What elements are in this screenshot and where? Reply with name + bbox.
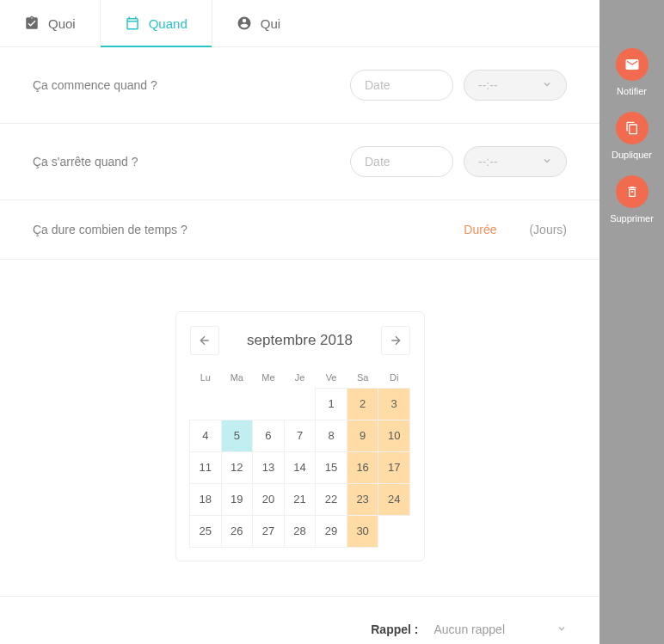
- chevron-down-icon: [542, 78, 552, 92]
- calendar-day[interactable]: 8: [315, 420, 347, 452]
- calendar-day[interactable]: 29: [315, 515, 347, 548]
- calendar-title: septembre 2018: [247, 332, 353, 349]
- end-controls: Date --:--: [350, 146, 567, 177]
- start-label: Ça commence quand ?: [33, 78, 157, 92]
- calendar-day[interactable]: 5: [221, 420, 254, 452]
- calendar-day[interactable]: 21: [284, 483, 317, 516]
- calendar-day[interactable]: 2: [347, 388, 379, 420]
- calendar-day[interactable]: 9: [347, 420, 379, 452]
- tab-label: Qui: [261, 16, 280, 31]
- mail-icon: [616, 48, 649, 81]
- end-time-select[interactable]: --:--: [464, 146, 567, 177]
- calendar-day[interactable]: 27: [252, 515, 285, 548]
- prev-month-button[interactable]: [190, 326, 219, 355]
- reminder-value: Aucun rappel: [433, 623, 505, 636]
- clipboard-icon: [24, 15, 40, 31]
- calendar-day-empty: [284, 388, 317, 420]
- end-label: Ça s'arrête quand ?: [33, 155, 138, 169]
- calendar-day[interactable]: 12: [221, 451, 254, 484]
- duration-unit: (Jours): [529, 223, 567, 236]
- start-time-select[interactable]: --:--: [464, 70, 567, 101]
- reminder-select[interactable]: Aucun rappel: [433, 623, 567, 636]
- reminder-row: Rappel : Aucun rappel: [0, 597, 599, 636]
- tabs: Quoi Quand Qui: [0, 0, 599, 47]
- calendar-day[interactable]: 13: [252, 451, 285, 484]
- calendar-dow: Lu: [190, 367, 222, 388]
- calendar-day[interactable]: 14: [284, 451, 317, 484]
- calendar-day-empty: [189, 388, 222, 420]
- calendar-dow: Ve: [316, 367, 347, 388]
- duration-input[interactable]: Durée: [441, 223, 519, 236]
- calendar-day[interactable]: 28: [284, 515, 317, 548]
- calendar-day[interactable]: 24: [378, 483, 410, 516]
- calendar-day[interactable]: 20: [252, 483, 285, 516]
- reminder-label: Rappel :: [371, 623, 418, 636]
- notify-action[interactable]: Notifier: [616, 48, 649, 96]
- next-month-button[interactable]: [381, 326, 410, 355]
- duration-label: Ça dure combien de temps ?: [33, 223, 188, 236]
- calendar-day[interactable]: 1: [315, 388, 347, 420]
- calendar-day[interactable]: 18: [189, 483, 222, 516]
- calendar-section: septembre 2018 LuMaMeJeVeSaDi12345678910…: [0, 260, 599, 597]
- start-date-input[interactable]: Date: [350, 70, 453, 101]
- person-icon: [237, 15, 252, 31]
- calendar-day[interactable]: 19: [221, 483, 254, 516]
- tab-label: Quand: [149, 16, 188, 31]
- date-placeholder: Date: [365, 155, 390, 169]
- tab-quoi[interactable]: Quoi: [0, 0, 100, 46]
- duplicate-action[interactable]: Dupliquer: [612, 112, 652, 160]
- duration-controls: Durée (Jours): [441, 223, 567, 236]
- calendar-day[interactable]: 15: [315, 451, 347, 484]
- calendar-day[interactable]: 25: [189, 515, 222, 548]
- main-panel: Quoi Quand Qui Ça commence quand ? Date …: [0, 0, 599, 644]
- action-label: Dupliquer: [612, 150, 652, 160]
- action-label: Notifier: [617, 86, 647, 96]
- calendar-day[interactable]: 16: [347, 451, 379, 484]
- calendar-icon: [125, 15, 140, 31]
- chevron-down-icon: [542, 155, 552, 169]
- calendar-dow: Ma: [221, 367, 253, 388]
- date-placeholder: Date: [365, 78, 390, 92]
- row-duration: Ça dure combien de temps ? Durée (Jours): [0, 200, 599, 260]
- copy-icon: [616, 112, 649, 144]
- calendar-day-empty: [221, 388, 254, 420]
- calendar-day[interactable]: 26: [221, 515, 254, 548]
- calendar-day[interactable]: 10: [378, 420, 410, 452]
- chevron-down-icon: [556, 623, 567, 636]
- trash-icon: [616, 175, 649, 208]
- calendar-header: septembre 2018: [190, 326, 410, 355]
- calendar-dow: Me: [253, 367, 285, 388]
- calendar-day[interactable]: 30: [347, 515, 379, 548]
- calendar-dow: Je: [284, 367, 316, 388]
- row-start: Ça commence quand ? Date --:--: [0, 47, 599, 124]
- calendar-dow: Di: [378, 367, 410, 388]
- tab-quand[interactable]: Quand: [100, 0, 212, 46]
- calendar-dow: Sa: [347, 367, 378, 388]
- side-actions: Notifier Dupliquer Supprimer: [599, 0, 664, 232]
- calendar-day[interactable]: 4: [189, 420, 222, 452]
- tab-qui[interactable]: Qui: [212, 0, 304, 46]
- time-placeholder: --:--: [478, 155, 498, 169]
- calendar-day[interactable]: 17: [378, 451, 410, 484]
- time-placeholder: --:--: [478, 78, 498, 92]
- row-end: Ça s'arrête quand ? Date --:--: [0, 124, 599, 200]
- calendar: septembre 2018 LuMaMeJeVeSaDi12345678910…: [175, 311, 425, 561]
- start-controls: Date --:--: [350, 70, 567, 101]
- calendar-day[interactable]: 23: [347, 483, 379, 516]
- calendar-day[interactable]: 22: [315, 483, 347, 516]
- delete-action[interactable]: Supprimer: [610, 175, 654, 224]
- action-label: Supprimer: [610, 213, 654, 224]
- calendar-day[interactable]: 7: [284, 420, 317, 452]
- calendar-day[interactable]: 11: [189, 451, 222, 484]
- end-date-input[interactable]: Date: [350, 146, 453, 177]
- calendar-day[interactable]: 6: [252, 420, 285, 452]
- calendar-day-empty: [252, 388, 285, 420]
- calendar-grid: LuMaMeJeVeSaDi12345678910111213141516171…: [190, 367, 410, 547]
- tab-label: Quoi: [48, 16, 76, 31]
- calendar-day[interactable]: 3: [378, 388, 410, 420]
